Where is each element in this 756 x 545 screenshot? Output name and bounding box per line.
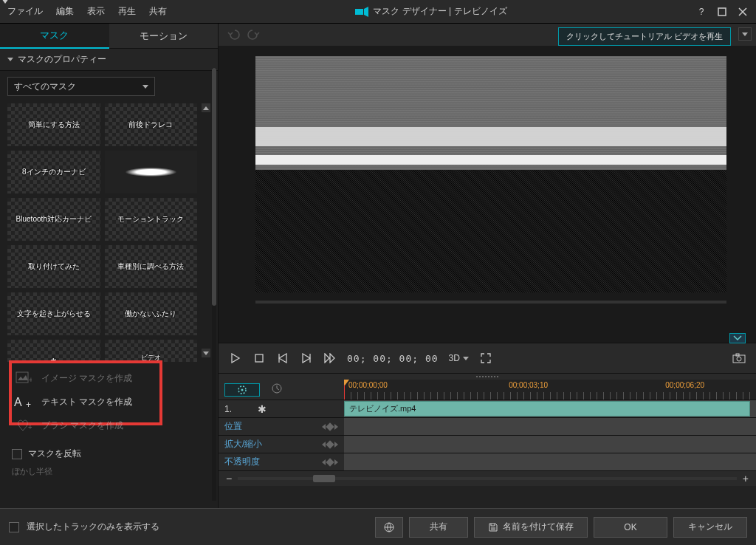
save-as-button[interactable]: 名前を付けて保存 (474, 517, 588, 538)
close-icon[interactable] (737, 6, 749, 18)
mask-item[interactable] (105, 151, 198, 193)
menu-edit[interactable]: 編集 (56, 5, 74, 18)
scroll-up-icon[interactable] (202, 103, 210, 112)
svg-text:A: A (14, 396, 22, 408)
create-text-mask-button[interactable]: A+ テキスト マスクを作成 (7, 390, 210, 414)
snapshot-button[interactable] (732, 352, 746, 365)
clock-mode-button[interactable] (272, 383, 282, 397)
play-button[interactable] (229, 352, 242, 365)
preview-scrubber[interactable] (255, 297, 726, 307)
menu-share[interactable]: 共有 (149, 5, 167, 18)
preview-canvas[interactable] (255, 56, 726, 292)
timeline-ruler[interactable]: 00;00;00;00 00;00;03;10 00;00;06;20 (344, 380, 756, 400)
tab-motion[interactable]: モーション (109, 24, 219, 49)
undo-button[interactable] (226, 27, 241, 42)
keyframe-track[interactable] (344, 453, 756, 470)
resize-grip[interactable] (219, 374, 756, 380)
keyframe-mode-button[interactable] (224, 383, 260, 397)
svg-point-12 (241, 388, 244, 391)
save-icon (488, 522, 498, 532)
svg-text:+: + (26, 400, 31, 409)
create-image-mask-button[interactable]: + イメージ マスクを作成 (7, 366, 210, 390)
keyframe-track[interactable] (344, 418, 756, 435)
image-icon: + (12, 369, 35, 387)
prev-frame-button[interactable] (276, 352, 289, 365)
collapse-button[interactable] (729, 333, 746, 343)
mask-item[interactable]: ビデオドラマ (105, 340, 198, 362)
zoom-slider[interactable] (238, 477, 737, 480)
svg-rect-1 (718, 8, 726, 16)
svg-point-9 (737, 357, 741, 361)
mask-thumbnail-grid: 簡単にする方法 前後ドラレコ 8インチのカーナビ Bluetooth対応カーナビ… (7, 103, 210, 362)
mask-item[interactable]: 前後ドラレコ (105, 103, 198, 146)
create-brush-mask-button[interactable]: + ブラシ マスクを作成 (7, 414, 210, 437)
playback-bar: 00; 00; 00; 00 3D (219, 343, 756, 374)
scroll-down-icon[interactable] (202, 349, 210, 357)
menu-view[interactable]: 表示 (87, 5, 105, 18)
checkbox[interactable] (12, 449, 22, 459)
heart-icon: + (12, 417, 35, 434)
share-button[interactable]: 共有 (409, 517, 468, 538)
window-title: マスク デザイナー | テレビノイズ (180, 5, 682, 18)
globe-button[interactable] (375, 517, 403, 538)
help-icon[interactable]: ? (695, 6, 707, 18)
svg-text:+: + (28, 423, 32, 431)
right-panel: クリックしてチュートリアル ビデオを再生 00; 00; 00; (218, 24, 756, 508)
mask-item[interactable]: モーショントラック (105, 198, 198, 241)
mask-properties-header[interactable]: マスクのプロパティー (0, 49, 218, 71)
menu-play[interactable]: 再生 (118, 5, 136, 18)
chevron-down-icon (142, 85, 148, 89)
mask-item[interactable]: Bluetooth対応カーナビ (7, 198, 100, 241)
svg-rect-7 (255, 354, 263, 362)
mask-item[interactable]: 車種別に調べる方法 (105, 245, 198, 288)
mask-filter-dropdown[interactable]: すべてのマスク (7, 77, 155, 96)
ok-button[interactable]: OK (594, 517, 667, 538)
chevron-down-icon (7, 58, 13, 61)
mask-item[interactable]: 働かないふたり (105, 292, 198, 335)
mask-item[interactable]: 簡単にする方法 (7, 103, 100, 146)
text-icon: A+ (12, 393, 35, 411)
timeline-panel: 00;00;00;00 00;00;03;10 00;00;06;20 1. ✱… (219, 374, 756, 508)
3d-toggle[interactable]: 3D (449, 353, 469, 363)
keyframe-track[interactable] (344, 436, 756, 453)
tutorial-tooltip[interactable]: クリックしてチュートリアル ビデオを再生 (558, 27, 731, 46)
mask-item[interactable]: 文字を起き上がらせる (7, 292, 100, 335)
mask-item[interactable]: 8インチのカーナビ (7, 151, 100, 193)
panel-scrollbar[interactable] (212, 68, 216, 501)
invert-mask-row[interactable]: マスクを反転 (7, 443, 210, 465)
maximize-icon[interactable] (716, 6, 728, 18)
next-frame-button[interactable] (300, 352, 313, 365)
fullscreen-button[interactable] (479, 352, 492, 365)
svg-rect-0 (355, 9, 363, 15)
mask-item[interactable]: ぁ (7, 340, 100, 362)
left-panel: マスク モーション マスクのプロパティー すべてのマスク 簡単にする方法 前後ド… (0, 24, 218, 508)
timeline-clip[interactable]: テレビノイズ.mp4 (344, 401, 750, 417)
zoom-out-button[interactable]: − (226, 473, 232, 484)
cancel-button[interactable]: キャンセル (673, 517, 747, 538)
playhead[interactable] (344, 380, 345, 400)
menu-file[interactable]: ファイル (7, 5, 43, 18)
fast-forward-button[interactable] (323, 352, 337, 365)
blur-radius-label: ぼかし半径 (7, 465, 210, 479)
bottom-bar: 選択したトラックのみを表示する 共有 名前を付けて保存 OK キャンセル (0, 508, 756, 545)
redo-button[interactable] (247, 27, 261, 42)
stop-button[interactable] (252, 352, 266, 365)
show-selected-label: 選択したトラックのみを表示する (27, 521, 159, 533)
show-selected-checkbox[interactable] (9, 522, 19, 532)
zoom-in-button[interactable]: + (743, 473, 749, 484)
timecode-display[interactable]: 00; 00; 00; 00 (347, 353, 439, 364)
svg-text:+: + (29, 376, 32, 384)
preview-options-dropdown[interactable] (738, 27, 752, 41)
app-icon (355, 7, 368, 17)
menu-bar: ファイル 編集 表示 再生 共有 マスク デザイナー | テレビノイズ ? (0, 0, 756, 24)
tab-mask[interactable]: マスク (0, 24, 109, 49)
mask-item[interactable]: 取り付けてみた (7, 245, 100, 288)
